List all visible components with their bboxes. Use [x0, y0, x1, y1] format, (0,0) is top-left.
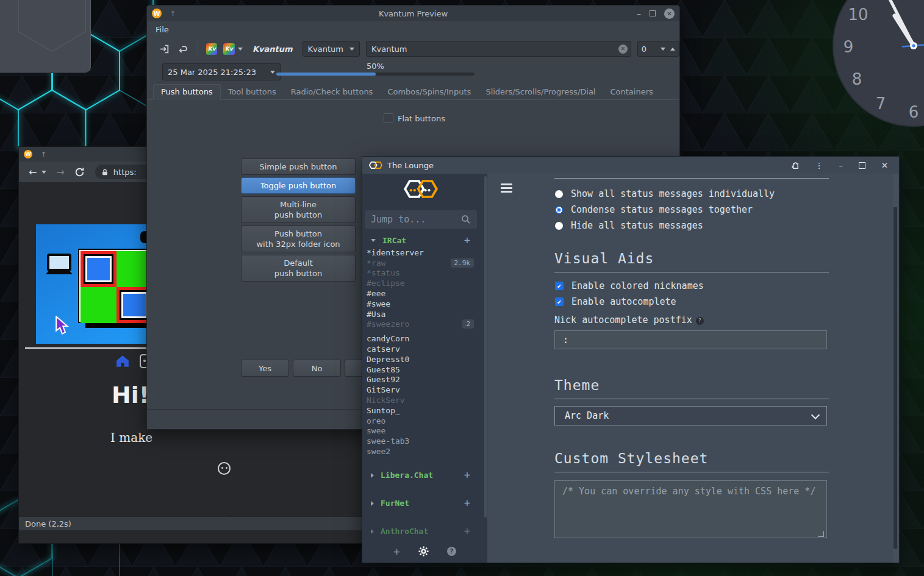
tab-containers[interactable]: Containers	[603, 85, 660, 99]
flat-buttons-checkbox[interactable]: Flat buttons	[384, 113, 445, 123]
home-icon[interactable]	[115, 354, 130, 368]
scrollbar-thumb[interactable]	[894, 207, 897, 549]
network-furnet[interactable]: FurNet +	[362, 498, 487, 508]
channel-item[interactable]: *status	[362, 268, 487, 279]
lounge-titlebar[interactable]: The Lounge ⋮ – ✕	[362, 157, 899, 174]
help-button[interactable]: ?	[447, 547, 456, 556]
channel-item[interactable]: #eee	[362, 288, 487, 299]
undo-icon[interactable]	[176, 42, 188, 55]
join-channel-icon[interactable]: +	[464, 497, 470, 509]
desktop: 10 9 8 7 6 W ↑ ← → https:	[0, 0, 924, 576]
hamburger-menu-icon[interactable]	[501, 183, 512, 194]
network-anthrochat[interactable]: AnthroChat +	[362, 526, 487, 536]
simple-push-button[interactable]: Simple push button	[241, 158, 356, 175]
user-item[interactable]: catserv	[362, 344, 487, 354]
kvantum-logo-dropdown[interactable]: Kv	[223, 43, 243, 55]
multiline-push-button[interactable]: Multi-line push button	[241, 196, 356, 223]
radio-checked-icon[interactable]	[555, 206, 563, 214]
help-tooltip-icon[interactable]: ?	[696, 317, 704, 325]
yes-button[interactable]: Yes	[241, 360, 289, 377]
postfix-input[interactable]	[554, 330, 827, 349]
channel-item[interactable]: #eclipse	[362, 278, 487, 288]
user-item[interactable]: Guest85	[362, 364, 487, 375]
user-item[interactable]: swee2	[362, 446, 487, 457]
checkbox-checked-icon[interactable]: ✔	[555, 297, 564, 306]
custom-css-textarea[interactable]	[554, 480, 827, 538]
tab-radio-check-buttons[interactable]: Radio/Check buttons	[284, 85, 381, 99]
join-channel-icon[interactable]: +	[464, 234, 470, 246]
tab-tool-buttons[interactable]: Tool buttons	[221, 85, 284, 99]
theme-combobox[interactable]: Kvantum	[303, 41, 360, 57]
checkbox-checked-icon[interactable]: ✔	[555, 282, 564, 290]
expand-arrow-icon[interactable]	[371, 473, 374, 478]
channel-item[interactable]: #sweezero2	[362, 319, 487, 330]
default-push-button[interactable]: Default push button	[241, 255, 356, 282]
kvantum-logo-button[interactable]: Kv	[206, 43, 217, 55]
channel-item[interactable]: *raw2.9k	[362, 258, 487, 268]
join-channel-icon[interactable]: +	[464, 525, 470, 537]
radio-icon[interactable]	[555, 190, 563, 198]
tab-push-buttons[interactable]: Push buttons	[153, 84, 221, 100]
user-item[interactable]: swee-tab3	[362, 436, 487, 446]
user-item[interactable]: NickServ	[362, 395, 487, 405]
expand-arrow-icon[interactable]	[371, 529, 374, 534]
checkbox-box[interactable]	[384, 113, 393, 123]
channel-item[interactable]: #swee	[362, 299, 487, 309]
user-item[interactable]: Guest92	[362, 375, 487, 385]
radio-hide-status[interactable]: Hide all status messages	[555, 220, 703, 231]
settings-gear-icon[interactable]	[418, 546, 429, 556]
reload-button[interactable]	[73, 165, 87, 179]
user-item[interactable]: swee	[362, 426, 487, 436]
theme-name-label: Kvantum	[252, 44, 293, 54]
spin-down-icon[interactable]	[661, 48, 665, 51]
lounge-close-button[interactable]: ✕	[881, 161, 888, 170]
user-item[interactable]: oreo	[362, 416, 487, 426]
tab-sliders-scrolls-progress-dial[interactable]: Sliders/Scrolls/Progress/Dial	[478, 85, 603, 99]
lounge-maximize-button[interactable]	[859, 162, 865, 169]
expand-arrow-icon[interactable]	[371, 501, 374, 506]
toggle-push-button[interactable]: Toggle push button	[241, 177, 356, 194]
back-button[interactable]: ←	[29, 166, 37, 178]
spin-up-icon[interactable]	[670, 48, 675, 51]
forward-button[interactable]: →	[56, 166, 64, 178]
radio-show-all-status[interactable]: Show all status messages individually	[555, 188, 775, 199]
kvantum-titlebar[interactable]: W ↑ Kvantum Preview – ✕	[147, 5, 679, 21]
channel-item[interactable]: #Usa	[362, 309, 487, 319]
jump-to-search-input[interactable]	[365, 210, 477, 229]
user-item[interactable]: Suntop_	[362, 405, 487, 416]
collapse-arrow-icon[interactable]	[371, 239, 376, 242]
back-history-dropdown-icon[interactable]	[41, 171, 46, 174]
folder-icon-push-button[interactable]: Push button with 32px folder icon	[241, 226, 356, 252]
theme-lineedit[interactable]: Kvantum ✕	[366, 41, 631, 57]
no-button[interactable]: No	[293, 360, 341, 377]
radio-icon[interactable]	[555, 222, 563, 230]
add-network-button[interactable]: +	[393, 545, 400, 558]
user-item[interactable]: candyCorn	[362, 333, 487, 344]
textarea-resize-grip[interactable]	[818, 531, 824, 537]
lounge-minimize-button[interactable]: –	[839, 161, 843, 170]
datetime-combobox[interactable]: 25 Mar 2025 21:25:23	[162, 63, 281, 80]
radio-condense-status[interactable]: Condense status messages together	[555, 204, 753, 215]
channel-item[interactable]: *identserver	[362, 247, 487, 258]
extensions-icon[interactable]	[790, 161, 800, 170]
checkbox-autocomplete[interactable]: ✔ Enable autocomplete	[555, 296, 676, 307]
user-item[interactable]: GitServ	[362, 385, 487, 395]
tab-combos-spins-inputs[interactable]: Combos/Spins/Inputs	[380, 85, 478, 99]
checkbox-colored-nicknames[interactable]: ✔ Enable colored nicknames	[555, 280, 704, 291]
settings-scrollbar[interactable]	[893, 174, 898, 563]
clear-text-icon[interactable]: ✕	[618, 44, 628, 54]
user-item[interactable]: Depresst0	[362, 354, 487, 364]
menu-dots-icon[interactable]: ⋮	[815, 161, 823, 170]
restore-button[interactable]	[650, 10, 656, 16]
quit-icon[interactable]	[158, 42, 170, 55]
network-ircat[interactable]: IRCat +	[362, 235, 487, 246]
minimize-button[interactable]: –	[637, 9, 641, 18]
menu-file[interactable]: File	[156, 25, 169, 34]
close-button[interactable]: ✕	[664, 9, 675, 19]
clock-number-10: 10	[848, 5, 868, 21]
network-libera-chat[interactable]: Libera.Chat +	[362, 470, 487, 480]
number-spinbox[interactable]: 0	[637, 41, 679, 57]
theme-select[interactable]: Arc Dark	[554, 406, 827, 425]
join-channel-icon[interactable]: +	[464, 469, 470, 481]
sidebar-scrollbar[interactable]	[484, 176, 487, 517]
